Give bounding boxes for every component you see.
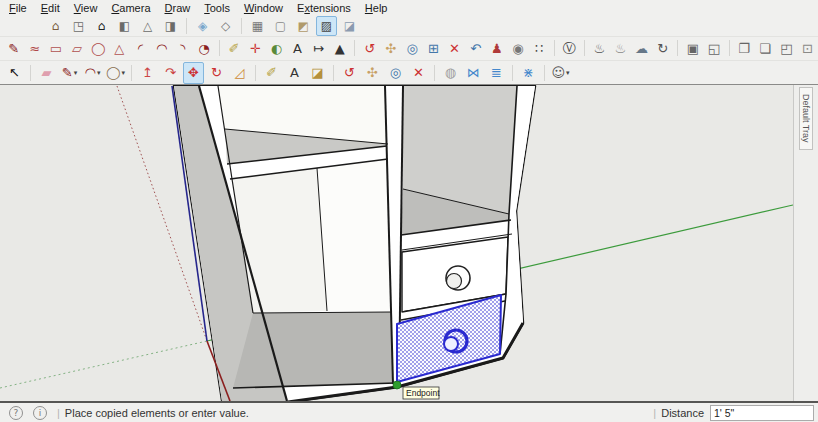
orbit-tool-button[interactable]: ↺: [360, 37, 379, 59]
arc-tool-button[interactable]: ◜: [131, 37, 150, 59]
geolocation-icon[interactable]: ?: [9, 406, 23, 420]
orbit-tool-2-button[interactable]: ↺: [339, 62, 360, 84]
model-3d-scene[interactable]: Endpoint: [0, 85, 793, 401]
style-back-edges-button[interactable]: ◇: [215, 16, 236, 36]
viewport-canvas[interactable]: Endpoint: [0, 85, 793, 401]
eraser-tool-button[interactable]: ▰: [36, 62, 57, 84]
view-left-button[interactable]: ◨: [160, 16, 181, 36]
menu-extensions[interactable]: Extensions: [290, 1, 358, 15]
text-tool-2-button[interactable]: A: [284, 62, 305, 84]
section-plane-tool-button[interactable]: ◍: [440, 62, 461, 84]
menu-edit[interactable]: Edit: [34, 1, 67, 15]
vray-history-button[interactable]: ◱: [704, 37, 723, 59]
views-styles-toolbar: ⌂◳⌂◧△◨◈◇▦▢◩▨◪: [0, 17, 818, 37]
zoom-tool-2-button[interactable]: ◎: [385, 62, 406, 84]
zoom-extents-tool-button[interactable]: ✕: [445, 37, 464, 59]
style-monochrome-button[interactable]: ◪: [339, 16, 360, 36]
view-front-button[interactable]: ⌂: [91, 16, 112, 36]
menu-file[interactable]: File: [2, 1, 34, 15]
view-iso-button[interactable]: ⌂: [45, 16, 66, 36]
line-flyout-button[interactable]: ✎▾: [59, 62, 80, 84]
zoom-window-tool-icon: ⊞: [428, 42, 439, 55]
menu-help[interactable]: Help: [358, 1, 395, 15]
circle-tool-button[interactable]: ◯: [89, 37, 108, 59]
cabinet-model[interactable]: [174, 86, 535, 401]
style-xray-button[interactable]: ◈: [192, 16, 213, 36]
vray-lock-camera-button[interactable]: ⊡: [798, 37, 817, 59]
measurements-input[interactable]: [710, 405, 814, 421]
vray-frame-buffer-button[interactable]: ▣: [683, 37, 702, 59]
pan-tool-2-button[interactable]: ✣: [362, 62, 383, 84]
freehand-tool-button[interactable]: ≈: [25, 37, 44, 59]
display-section-fill-button[interactable]: ≣: [486, 62, 507, 84]
menu-camera[interactable]: Camera: [104, 1, 157, 15]
vray-render-button[interactable]: ♨: [590, 37, 609, 59]
menu-window[interactable]: Window: [237, 1, 290, 15]
arc-flyout-button[interactable]: ◠▾: [82, 62, 103, 84]
pie-tool-button[interactable]: ◔: [194, 37, 213, 59]
drawer-knob[interactable]: [446, 266, 470, 290]
two-point-arc-tool-button[interactable]: ◠: [152, 37, 171, 59]
text-tool-2-icon: A: [290, 66, 299, 79]
scale-tool-button[interactable]: ◿: [229, 62, 250, 84]
style-wireframe-button[interactable]: ▦: [247, 16, 268, 36]
push-pull-tool-button[interactable]: ↥: [137, 62, 158, 84]
shape-flyout-button[interactable]: ◯▾: [105, 62, 126, 84]
toolbar-separator: [512, 65, 513, 81]
3d-text-tool-icon: ▲: [335, 42, 345, 55]
look-around-tool-button[interactable]: ◉: [508, 37, 527, 59]
tape-measure-tool-button[interactable]: ✐: [224, 37, 243, 59]
select-tool-button[interactable]: ↖: [4, 62, 25, 84]
menu-draw[interactable]: Draw: [158, 1, 198, 15]
vray-logo-button[interactable]: Ⓥ: [560, 37, 579, 59]
rotated-rectangle-tool-button[interactable]: ▱: [67, 37, 86, 59]
axes-tool-button[interactable]: ✛: [246, 37, 265, 59]
rectangle-tool-button[interactable]: ▭: [46, 37, 65, 59]
rotate-tool-button[interactable]: ↻: [206, 62, 227, 84]
line-tool-button[interactable]: ✎: [4, 37, 23, 59]
vray-cloud-render-button[interactable]: ☁: [632, 37, 651, 59]
style-hidden-line-button[interactable]: ▢: [270, 16, 291, 36]
paint-bucket-tool-button[interactable]: ◪: [307, 62, 328, 84]
3d-text-tool-button[interactable]: ▲: [330, 37, 349, 59]
view-top-button[interactable]: ◳: [68, 16, 89, 36]
protractor-tool-button[interactable]: ◐: [267, 37, 286, 59]
tape-measure-tool-2-button[interactable]: ✐: [261, 62, 282, 84]
position-camera-tool-button[interactable]: ♟: [487, 37, 506, 59]
vray-logo-icon: Ⓥ: [563, 42, 576, 55]
dropdown-caret-icon: ▾: [566, 69, 570, 77]
display-section-fill-icon: ≣: [491, 66, 502, 79]
menu-tools[interactable]: Tools: [197, 1, 237, 15]
text-tool-button[interactable]: A: [288, 37, 307, 59]
view-right-button[interactable]: ◧: [114, 16, 135, 36]
toolbar-separator: [30, 65, 31, 81]
account-button[interactable]: ☺▾: [550, 62, 571, 84]
default-tray-tab[interactable]: Default Tray: [799, 87, 813, 150]
zoom-extents-tool-2-button[interactable]: ✕: [408, 62, 429, 84]
display-section-cuts-button[interactable]: ⋈: [463, 62, 484, 84]
three-point-arc-tool-button[interactable]: ◝: [173, 37, 192, 59]
display-section-outlines-button[interactable]: ⋇: [518, 62, 539, 84]
walk-tool-button[interactable]: ∷: [530, 37, 549, 59]
orbit-tool-2-icon: ↺: [344, 66, 355, 79]
style-back-edges-icon: ◇: [221, 20, 230, 32]
vray-file-manager-button[interactable]: ❏: [756, 37, 775, 59]
credits-icon[interactable]: i: [33, 406, 47, 420]
style-shaded-button[interactable]: ◩: [293, 16, 314, 36]
polygon-tool-button[interactable]: △: [110, 37, 129, 59]
view-back-button[interactable]: △: [137, 16, 158, 36]
dimensions-tool-button[interactable]: ↦: [309, 37, 328, 59]
toolbar-separator: [677, 40, 678, 56]
zoom-tool-button[interactable]: ◎: [403, 37, 422, 59]
follow-me-tool-button[interactable]: ↷: [160, 62, 181, 84]
vray-render-interactive-button[interactable]: ♨: [611, 37, 630, 59]
vray-asset-editor-button[interactable]: ❐: [734, 37, 753, 59]
menu-view[interactable]: View: [67, 1, 105, 15]
zoom-window-tool-button[interactable]: ⊞: [424, 37, 443, 59]
vray-log-window-button[interactable]: ◰: [777, 37, 796, 59]
previous-view-tool-button[interactable]: ↶: [466, 37, 485, 59]
pan-tool-button[interactable]: ✣: [381, 37, 400, 59]
style-shaded-textures-button[interactable]: ▨: [316, 16, 337, 36]
vray-batch-render-button[interactable]: ↻: [653, 37, 672, 59]
move-tool-button[interactable]: ✥: [183, 62, 204, 84]
